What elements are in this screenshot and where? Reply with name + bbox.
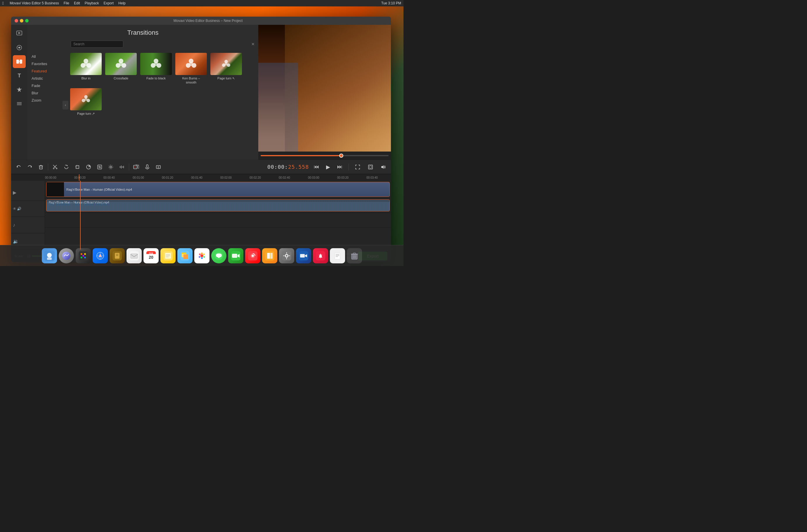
volume-button[interactable]	[378, 162, 389, 172]
category-fade[interactable]: Fade	[27, 82, 66, 89]
sidebar-transitions-btn[interactable]	[13, 55, 26, 68]
transition-page-turn-right-thumb	[70, 88, 102, 110]
category-blur[interactable]: Blur	[27, 89, 66, 97]
apple-menu[interactable]: 	[2, 1, 4, 5]
search-input[interactable]	[71, 41, 123, 48]
crop-button[interactable]	[72, 162, 83, 172]
transition-blur-in[interactable]: Blur in	[70, 53, 102, 85]
dock-music[interactable]	[245, 248, 260, 263]
search-clear-icon[interactable]: ✕	[251, 42, 255, 46]
svg-point-13	[84, 62, 88, 66]
dock-finder[interactable]	[42, 248, 57, 263]
svg-rect-125	[267, 253, 268, 259]
audio-settings-button[interactable]	[116, 162, 127, 172]
preview-area	[258, 25, 391, 160]
audio-icon[interactable]: 🔊	[17, 207, 21, 211]
dock-text-edit[interactable]	[330, 248, 345, 263]
category-zoom[interactable]: Zoom	[27, 97, 66, 104]
toolbar-sep-1	[48, 164, 48, 171]
dock-safari[interactable]	[93, 248, 108, 263]
category-all[interactable]: All	[27, 53, 66, 60]
delete-button[interactable]	[36, 162, 46, 172]
dock-topnotch[interactable]	[313, 248, 328, 263]
sidebar: T	[11, 25, 27, 160]
menubar-playback[interactable]: Playback	[85, 1, 99, 5]
audio-clip[interactable]: Rag'n'Bone Man – Human (Official Video).…	[46, 200, 390, 211]
dock-books[interactable]	[262, 248, 277, 263]
transition-page-turn-left-label: Page turn ↖	[217, 76, 235, 80]
svg-point-25	[189, 62, 193, 66]
collapse-panel-btn[interactable]: ‹	[62, 101, 68, 110]
undo-button[interactable]	[14, 162, 24, 172]
video-track[interactable]: Rag'n'Bone Man - Human (Official Video).…	[45, 181, 391, 198]
transition-page-turn-right[interactable]: Page turn ↗	[70, 88, 102, 116]
color-button[interactable]	[83, 162, 94, 172]
dock-notes[interactable]	[160, 248, 176, 263]
rotate-button[interactable]	[61, 162, 72, 172]
video-clip[interactable]: Rag'n'Bone Man - Human (Official Video).…	[46, 182, 390, 197]
dock-stickies[interactable]	[177, 248, 192, 263]
category-artistic[interactable]: Artistic	[27, 75, 66, 82]
svg-rect-90	[116, 254, 118, 254]
dock-trash[interactable]	[347, 248, 362, 263]
svg-point-81	[82, 255, 84, 256]
clip-settings-button[interactable]	[106, 162, 116, 172]
transition-crossfade[interactable]: Crossfade	[105, 53, 137, 85]
timeline-ruler: 00:00:00 00:00:20 00:00:40 00:01:00 00:0…	[11, 174, 391, 181]
preview-progress-bar[interactable]	[258, 152, 391, 160]
menubar-help[interactable]: Help	[118, 1, 126, 5]
cut-button[interactable]	[50, 162, 60, 172]
minimize-button[interactable]	[20, 19, 23, 22]
timeline-tracks: Rag'n'Bone Man - Human (Official Video).…	[45, 181, 391, 250]
progress-handle[interactable]	[339, 154, 343, 158]
timeline-playhead[interactable]	[80, 181, 81, 250]
menubar-app[interactable]: Movavi Video Editor 5 Business	[10, 1, 59, 5]
category-favorites[interactable]: Favorites	[27, 60, 66, 68]
sidebar-audio-btn[interactable]	[13, 97, 26, 110]
dock-photos[interactable]	[194, 248, 209, 263]
image-filters-button[interactable]	[94, 162, 105, 172]
expand-button[interactable]	[365, 162, 376, 172]
empty-sfx-track	[45, 227, 391, 239]
skip-to-end-button[interactable]: ⏭	[334, 162, 345, 172]
audio-track[interactable]: Rag'n'Bone Man – Human (Official Video).…	[45, 198, 391, 213]
dock-calendar[interactable]: FEB20	[144, 248, 159, 263]
ruler-marks: 00:00:00 00:00:20 00:00:40 00:01:00 00:0…	[45, 176, 391, 179]
dock-mail[interactable]	[127, 248, 142, 263]
sidebar-stickers-btn[interactable]	[13, 83, 26, 96]
dock-launchpad[interactable]	[76, 248, 91, 263]
svg-point-75	[62, 252, 70, 260]
svg-point-61	[134, 167, 135, 168]
dock-siri[interactable]	[59, 248, 74, 263]
dock-prefs[interactable]	[279, 248, 294, 263]
video-track-control: ▶	[11, 185, 45, 201]
menubar-file[interactable]: File	[64, 1, 69, 5]
close-button[interactable]	[15, 19, 18, 22]
sidebar-effects-btn[interactable]	[13, 41, 26, 54]
transition-page-turn-left[interactable]: Page turn ↖	[210, 53, 242, 85]
play-button[interactable]: ▶	[323, 162, 333, 172]
sidebar-titles-btn[interactable]: T	[13, 69, 26, 82]
dock-keka[interactable]	[110, 248, 125, 263]
transition-ken-burns-label: Ken Burns –smooth	[182, 76, 200, 85]
record-video-button[interactable]: REC	[131, 162, 142, 172]
eye-icon[interactable]: 👁	[13, 207, 16, 211]
progress-track[interactable]	[261, 155, 389, 156]
dock-video-editor[interactable]	[296, 248, 311, 263]
redo-button[interactable]	[24, 162, 35, 172]
sidebar-media-btn[interactable]	[13, 27, 26, 40]
transition-fade-to-black[interactable]: Fade to black	[140, 53, 172, 85]
fullscreen-preview-button[interactable]	[352, 162, 363, 172]
menubar-export[interactable]: Export	[104, 1, 114, 5]
dock-facetime[interactable]	[228, 248, 243, 263]
audio-track-control: 👁 🔊	[11, 201, 45, 217]
menubar-edit[interactable]: Edit	[74, 1, 80, 5]
transition-ken-burns[interactable]: Ken Burns –smooth	[175, 53, 207, 85]
dock-messages[interactable]	[211, 248, 226, 263]
maximize-button[interactable]	[25, 19, 29, 22]
category-featured[interactable]: Featured	[27, 68, 66, 75]
skip-to-start-button[interactable]: ⏮	[311, 162, 322, 172]
transitions-title: Transitions	[27, 25, 258, 39]
screen-capture-button[interactable]	[153, 162, 164, 172]
voice-button[interactable]	[142, 162, 152, 172]
